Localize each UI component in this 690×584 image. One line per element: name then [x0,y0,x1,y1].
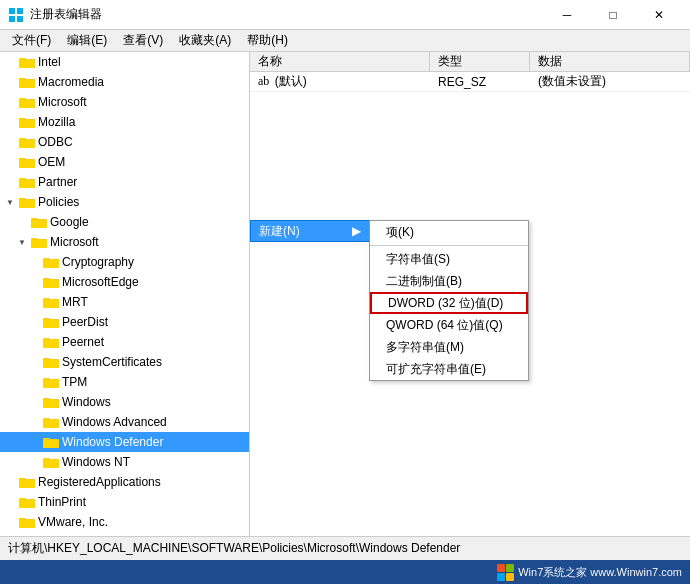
maximize-button[interactable]: □ [590,0,636,30]
branding-bar: Win7系统之家 www.Winwin7.com [0,560,690,584]
win-quad-blue [497,573,505,581]
tree-item-macromedia[interactable]: Macromedia [0,72,249,92]
svg-rect-59 [43,320,59,328]
tree-item-microsoft-root[interactable]: Microsoft [0,92,249,112]
context-menu-new-item[interactable]: 新建(N) ▶ [250,220,370,242]
svg-rect-83 [43,440,59,448]
tree-arrow [4,176,16,188]
tree-item-mozilla[interactable]: Mozilla [0,112,249,132]
cell-data: (数值未设置) [530,73,690,90]
tree-item-label: Intel [38,55,61,69]
tree-arrow [4,516,16,528]
tree-item-microsoftedge[interactable]: MicrosoftEdge [0,272,249,292]
windows-logo [497,564,514,581]
tree-item-partner[interactable]: Partner [0,172,249,192]
tree-item-thinprint[interactable]: ThinPrint [0,492,249,512]
branding-text: Win7系统之家 www.Winwin7.com [518,565,682,580]
tree-item-label: Cryptography [62,255,134,269]
tree-item-volatile[interactable]: Volatile [0,532,249,536]
tree-item-label: Partner [38,175,77,189]
menu-favorites[interactable]: 收藏夹(A) [171,30,239,51]
svg-rect-39 [31,220,47,228]
tree-item-windows[interactable]: Windows [0,392,249,412]
tree-item-label: VMware, Inc. [38,515,108,529]
win-quad-yellow [506,573,514,581]
menu-view[interactable]: 查看(V) [115,30,171,51]
submenu-item-item-string[interactable]: 字符串值(S) [370,248,528,270]
tree-item-peerdist[interactable]: PeerDist [0,312,249,332]
svg-rect-63 [43,340,59,348]
menu-edit[interactable]: 编辑(E) [59,30,115,51]
folder-icon [43,395,59,409]
table-row[interactable]: ab ab (默认) (默认) REG_SZ (数值未设置) [250,72,690,92]
tree-item-tpm[interactable]: TPM [0,372,249,392]
tree-item-label: TPM [62,375,87,389]
right-header: 名称 类型 数据 [250,52,690,72]
folder-icon [19,535,35,536]
folder-icon [19,475,35,489]
tree-item-label: Volatile [38,535,77,536]
tree-arrow [28,296,40,308]
tree-item-mrt[interactable]: MRT [0,292,249,312]
tree-item-odbc[interactable]: ODBC [0,132,249,152]
tree-arrow: ▼ [16,236,28,248]
tree-item-microsoft-pol[interactable]: ▼ Microsoft [0,232,249,252]
svg-rect-95 [19,500,35,508]
cell-name: ab ab (默认) (默认) [250,73,430,90]
arrow-icon: ▶ [352,224,361,238]
svg-rect-79 [43,420,59,428]
tree-item-windowsdefender[interactable]: Windows Defender [0,432,249,452]
svg-rect-23 [19,140,35,148]
tree-item-registeredapps[interactable]: RegisteredApplications [0,472,249,492]
submenu-item-item-dword[interactable]: DWORD (32 位)值(D) [370,292,528,314]
cell-type: REG_SZ [430,75,530,89]
app-icon [8,7,24,23]
tree-arrow [28,276,40,288]
tree-item-label: ThinPrint [38,495,86,509]
svg-rect-47 [43,260,59,268]
status-bar: 计算机\HKEY_LOCAL_MACHINE\SOFTWARE\Policies… [0,536,690,560]
tree-arrow [28,256,40,268]
submenu-item-item-multi[interactable]: 多字符串值(M) [370,336,528,358]
tree-item-label: MicrosoftEdge [62,275,139,289]
tree-item-peernet[interactable]: Peernet [0,332,249,352]
tree-item-label: PeerDist [62,315,108,329]
tree-item-label: ODBC [38,135,73,149]
tree-item-cryptography[interactable]: Cryptography [0,252,249,272]
tree-scroll[interactable]: Intel Macromedia Microsoft Mozilla ODBC … [0,52,249,536]
tree-item-label: Peernet [62,335,104,349]
svg-rect-75 [43,400,59,408]
tree-item-oem[interactable]: OEM [0,152,249,172]
close-button[interactable]: ✕ [636,0,682,30]
tree-item-label: Windows [62,395,111,409]
menu-help[interactable]: 帮助(H) [239,30,296,51]
tree-item-windowsnt[interactable]: Windows NT [0,452,249,472]
folder-icon [31,215,47,229]
minimize-button[interactable]: ─ [544,0,590,30]
tree-arrow [4,116,16,128]
tree-item-policies[interactable]: ▼ Policies [0,192,249,212]
submenu-item-item-xiang[interactable]: 项(K) [370,221,528,243]
tree-item-vmware[interactable]: VMware, Inc. [0,512,249,532]
folder-icon [43,255,59,269]
submenu-item-item-qword[interactable]: QWORD (64 位)值(Q) [370,314,528,336]
tree-item-systemcerts[interactable]: SystemCertificates [0,352,249,372]
tree-item-intel[interactable]: Intel [0,52,249,72]
svg-rect-67 [43,360,59,368]
svg-rect-19 [19,120,35,128]
folder-icon [43,415,59,429]
tree-item-google[interactable]: Google [0,212,249,232]
menu-file[interactable]: 文件(F) [4,30,59,51]
tree-item-windowsadvanced[interactable]: Windows Advanced [0,412,249,432]
tree-arrow [4,136,16,148]
tree-item-label: Google [50,215,89,229]
submenu-item-item-expand[interactable]: 可扩充字符串值(E) [370,358,528,380]
svg-rect-71 [43,380,59,388]
main-area: Intel Macromedia Microsoft Mozilla ODBC … [0,52,690,536]
windows-logo-grid [497,564,514,581]
title-bar: 注册表编辑器 ─ □ ✕ [0,0,690,30]
tree-item-label: Windows Advanced [62,415,167,429]
folder-icon [19,175,35,189]
submenu-item-item-binary[interactable]: 二进制制值(B) [370,270,528,292]
tree-arrow [28,456,40,468]
